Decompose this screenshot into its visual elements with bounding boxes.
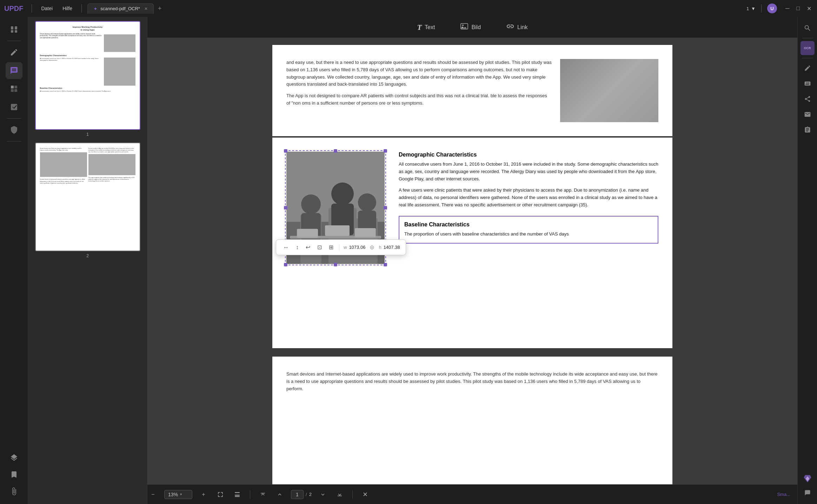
thumbnail-frame-1[interactable]: Improve Working Productivityin Using App… (35, 21, 140, 130)
sidebar-icon-edit[interactable] (6, 44, 22, 61)
svg-rect-24 (355, 228, 376, 237)
sidebar-icon-organize[interactable] (6, 80, 22, 97)
close-btn[interactable]: ✕ (805, 4, 813, 13)
nav-top-btn[interactable] (257, 489, 268, 500)
zoom-plus-btn[interactable]: + (198, 489, 209, 500)
smaart-label: Sma... (777, 492, 790, 497)
active-tab[interactable]: ✦ scanned-pdf_OCR* ✕ (87, 4, 154, 14)
transform-h-value[interactable]: 1407.38 (384, 245, 400, 250)
maximize-btn[interactable]: □ (795, 4, 801, 13)
sidebar-icon-layers[interactable] (6, 449, 22, 466)
svg-rect-23 (325, 225, 350, 236)
bottom-close-btn[interactable]: ✕ (360, 489, 371, 500)
user-avatar[interactable]: U (767, 4, 777, 13)
text-tool-icon: T (417, 23, 422, 32)
menu-datei[interactable]: Datei (38, 4, 56, 13)
transform-sep1 (339, 244, 339, 251)
thumb2-content: Smart devices and Internet-based applica… (36, 143, 140, 188)
transform-flip-v[interactable]: ↕ (294, 243, 300, 252)
nav-bottom-btn[interactable] (334, 489, 345, 500)
fit-width-btn[interactable] (232, 489, 243, 500)
thumb1-section-baseline: Baseline Characteristics (40, 87, 135, 89)
left-sidebar (0, 17, 28, 504)
bild-tool-icon (460, 22, 469, 32)
zoom-dropdown-arrow[interactable]: ▾ (180, 492, 182, 497)
transform-w-value[interactable]: 1073.06 (349, 245, 365, 250)
transform-rotate[interactable]: ↩ (304, 243, 312, 252)
transform-replace[interactable]: ⊞ (327, 243, 335, 252)
transform-flip-h[interactable]: ↔ (282, 243, 290, 252)
sidebar-icon-tools[interactable] (6, 121, 22, 138)
demo-text1: All consecutive users from June 1, 2016 … (399, 161, 658, 183)
right-icon-comment[interactable] (801, 486, 815, 500)
zoom-display[interactable]: 13% ▾ (164, 490, 192, 499)
thumbnail-page-1[interactable]: Improve Working Productivityin Using App… (32, 21, 143, 137)
sidebar-icon-convert[interactable] (6, 99, 22, 115)
bottom-sep2 (352, 490, 353, 499)
zoom-value: 13% (168, 492, 178, 497)
partial-content: and easy use, but there is a need to use… (286, 59, 658, 122)
partial-text-col: and easy use, but there is a need to use… (286, 59, 552, 122)
bild-tool-label: Bild (471, 24, 481, 31)
right-icon-mail[interactable] (801, 107, 815, 121)
minimize-btn[interactable]: ─ (784, 4, 791, 13)
thumb1-section-demo: Demographic Characteristics (40, 54, 135, 57)
title-divider3 (761, 4, 762, 13)
nav-prev-btn[interactable] (274, 489, 285, 500)
svg-point-17 (331, 183, 354, 205)
partial-img (560, 59, 658, 122)
page-nav-chevron[interactable]: ▼ (751, 6, 756, 11)
svg-rect-7 (14, 89, 17, 92)
main-layout: Improve Working Productivityin Using App… (0, 17, 817, 504)
svg-point-15 (301, 194, 321, 214)
menu-hilfe[interactable]: Hilfe (59, 4, 76, 13)
fit-page-btn[interactable] (215, 489, 226, 500)
window-controls: ─ □ ✕ (784, 4, 813, 13)
title-divider2 (81, 4, 82, 13)
svg-rect-5 (14, 86, 17, 88)
sidebar-icon-pages[interactable] (6, 21, 22, 38)
thumbnail-panel[interactable]: Improve Working Productivityin Using App… (28, 17, 147, 504)
sidebar-icon-annotate[interactable] (6, 62, 22, 79)
sidebar-icon-bookmarks[interactable] (6, 466, 22, 483)
thumbnail-frame-2[interactable]: Smart devices and Internet-based applica… (35, 142, 140, 251)
svg-point-19 (358, 193, 376, 212)
page-number-display: 1 (746, 6, 749, 11)
demo-heading: Demographic Characteristics (399, 152, 658, 158)
content-area: T Text Bild Link (147, 17, 797, 504)
right-sidebar: OCR (797, 17, 817, 504)
right-icon-edit[interactable] (801, 61, 815, 75)
edit-toolbar: T Text Bild Link (147, 17, 797, 38)
baseline-heading: Baseline Characteristics (404, 221, 653, 228)
svg-rect-3 (15, 30, 17, 33)
tab-close-btn[interactable]: ✕ (144, 6, 148, 11)
right-icon-share[interactable] (801, 92, 815, 106)
search-icon-right[interactable] (801, 21, 815, 35)
right-icon-smaart[interactable] (801, 472, 815, 486)
ocr-btn[interactable]: OCR (801, 41, 815, 55)
svg-rect-22 (297, 229, 318, 238)
new-tab-btn[interactable]: + (158, 5, 162, 12)
transform-crop[interactable]: ⊡ (316, 243, 323, 252)
thumb1-content: Improve Working Productivityin Using App… (36, 22, 140, 96)
transform-height-group: h 1407.38 (379, 245, 400, 250)
text-tool-btn[interactable]: T Text (412, 20, 441, 35)
pdf-page-top-partial: and easy use, but there is a need to use… (272, 45, 672, 136)
zoom-minus-btn[interactable]: − (147, 489, 159, 500)
thumbnail-page-2[interactable]: Smart devices and Internet-based applica… (32, 142, 143, 258)
bild-tool-btn[interactable]: Bild (454, 19, 486, 35)
ocr-label: OCR (804, 46, 811, 50)
right-icon-keyboard[interactable] (801, 77, 815, 91)
nav-next-btn[interactable] (317, 489, 328, 500)
tab-label: scanned-pdf_OCR* (100, 6, 140, 11)
right-icon-clipboard[interactable] (801, 123, 815, 137)
link-tool-btn[interactable]: Link (500, 19, 533, 35)
bottom-sep1 (250, 490, 250, 499)
pdf-view[interactable]: and easy use, but there is a need to use… (147, 38, 797, 484)
bottom-bar: − 13% ▾ + (147, 484, 797, 504)
page-input[interactable] (291, 490, 304, 499)
sidebar-icon-attachments[interactable] (6, 483, 22, 500)
title-divider (32, 4, 32, 13)
demo-text2: A few users were clinic patients that we… (399, 187, 658, 208)
svg-point-9 (462, 25, 464, 26)
